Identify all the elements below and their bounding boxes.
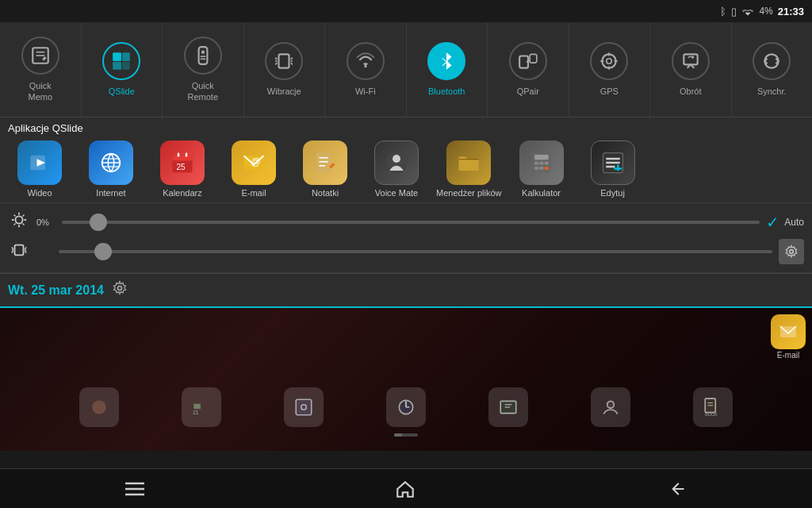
svg-line-77 <box>25 250 26 252</box>
svg-line-67 <box>13 214 15 216</box>
vibration-icon <box>8 241 30 263</box>
app-kalendarz[interactable]: 25 Kalendarz <box>151 140 214 198</box>
svg-point-8 <box>201 51 205 54</box>
svg-line-17 <box>291 63 293 64</box>
home-icons-dock: 21 <box>0 387 812 427</box>
wideo-label: Wideo <box>27 188 52 198</box>
app-notatki[interactable]: Notatki <box>293 140 357 198</box>
toggle-bluetooth[interactable]: Bluetooth <box>407 22 488 117</box>
svg-rect-82 <box>193 404 201 410</box>
voice-mate-label: Voice Mate <box>375 188 418 198</box>
svg-rect-5 <box>113 62 121 70</box>
app-voice-mate[interactable]: Voice Mate <box>365 140 428 198</box>
auto-label: Auto <box>784 217 804 228</box>
email-corner-icon <box>771 314 806 349</box>
toggle-gps[interactable]: GPS <box>569 22 651 117</box>
svg-rect-53 <box>534 167 538 170</box>
app-wideo[interactable]: Wideo <box>8 140 71 198</box>
svg-point-81 <box>92 400 105 414</box>
svg-point-62 <box>15 216 22 223</box>
svg-rect-4 <box>122 52 130 61</box>
svg-line-14 <box>275 63 277 64</box>
qslide-icon <box>102 42 140 80</box>
email-label: E-mail <box>241 188 266 198</box>
app-edytuj[interactable]: Edytuj <box>581 140 645 198</box>
svg-line-69 <box>13 223 15 225</box>
bluetooth-icon <box>427 42 465 80</box>
qslide-section-title: Aplikacje QSlide <box>8 122 804 134</box>
wifi-label: Wi-Fi <box>355 87 376 97</box>
edytuj-icon <box>591 140 635 185</box>
voicemate-icon <box>374 140 419 185</box>
quick-memo-label: QuickMemo <box>28 81 52 102</box>
brightness-auto-area: ✓ Auto <box>766 213 804 232</box>
svg-point-78 <box>790 250 794 254</box>
svg-line-72 <box>12 247 13 249</box>
home-dock-icon-6[interactable] <box>591 387 630 427</box>
toggle-quick-memo[interactable]: QuickMemo <box>0 22 82 117</box>
brightness-slider[interactable] <box>62 214 760 230</box>
toggles-row: QuickMemo QSlide <box>0 22 812 117</box>
svg-text:@: @ <box>251 156 260 167</box>
kalendarz-label: Kalendarz <box>163 188 202 198</box>
svg-text:21: 21 <box>193 410 199 415</box>
homescreen-area: E-mail 21 <box>0 308 812 451</box>
home-dock-icon-5[interactable] <box>488 387 528 427</box>
brightness-row: 0% ✓ Auto <box>8 208 804 236</box>
svg-rect-49 <box>534 155 549 160</box>
obrot-label: Obrót <box>680 87 702 97</box>
toggle-wifi[interactable]: Wi-Fi <box>325 22 407 117</box>
home-dock-icon-3[interactable] <box>284 387 324 427</box>
svg-line-68 <box>22 223 24 225</box>
navigation-bar <box>0 468 812 508</box>
date-display: Wt. 25 mar 2014 <box>8 283 104 298</box>
toggle-qpair[interactable]: QPair <box>488 22 569 117</box>
vibration-row <box>8 236 804 267</box>
back-button[interactable] <box>650 472 703 506</box>
svg-rect-51 <box>539 162 543 165</box>
gps-icon <box>590 42 628 80</box>
home-dock-icon-4[interactable] <box>386 387 426 427</box>
date-settings-button[interactable] <box>112 280 128 300</box>
toggle-quick-remote[interactable]: QuickRemote <box>163 22 244 117</box>
qpair-label: QPair <box>517 87 539 97</box>
svg-point-18 <box>364 65 366 67</box>
synchr-label: Synchr. <box>757 87 787 97</box>
email-corner-widget[interactable]: E-mail <box>771 314 806 360</box>
filemanager-icon <box>446 140 491 185</box>
svg-point-92 <box>607 401 615 408</box>
toggle-qslide[interactable]: QSlide <box>82 22 163 117</box>
svg-rect-36 <box>173 155 193 161</box>
brightness-value: 0% <box>36 217 56 227</box>
app-internet[interactable]: Internet <box>79 140 143 198</box>
home-dock-icon-7[interactable]: BOOK <box>693 387 733 427</box>
clock: 21:33 <box>778 6 804 17</box>
signal-icon: ▯ <box>731 6 737 17</box>
notatki-label: Notatki <box>312 188 339 198</box>
svg-rect-20 <box>530 54 537 63</box>
app-kalkulator[interactable]: Kalkulator <box>510 140 573 198</box>
svg-point-22 <box>603 54 616 67</box>
bluetooth-label: Bluetooth <box>428 87 465 97</box>
svg-rect-38 <box>186 153 188 157</box>
svg-text:25: 25 <box>177 163 186 171</box>
email-corner-label: E-mail <box>777 351 799 360</box>
email-icon: @ <box>232 140 276 185</box>
home-dock-icon-1[interactable] <box>79 387 119 427</box>
svg-line-74 <box>12 250 13 252</box>
home-button[interactable] <box>379 472 431 506</box>
auto-check-icon: ✓ <box>766 213 779 232</box>
app-file-manager[interactable]: Menedżer plików <box>436 140 502 198</box>
toggle-obrot[interactable]: Obrót <box>650 22 732 117</box>
toggle-synchr[interactable]: Synchr. <box>732 22 813 117</box>
svg-point-79 <box>117 287 121 291</box>
vibration-slider[interactable] <box>59 244 772 260</box>
svg-rect-71 <box>15 244 24 255</box>
svg-rect-42 <box>316 153 331 173</box>
app-email[interactable]: @ E-mail <box>222 140 285 198</box>
toggle-wibracje[interactable]: Wibracje <box>244 22 326 117</box>
vibration-settings-button[interactable] <box>779 239 804 264</box>
wideo-icon <box>17 140 62 185</box>
home-dock-icon-2[interactable]: 21 <box>182 387 221 427</box>
menu-button[interactable] <box>109 475 160 503</box>
